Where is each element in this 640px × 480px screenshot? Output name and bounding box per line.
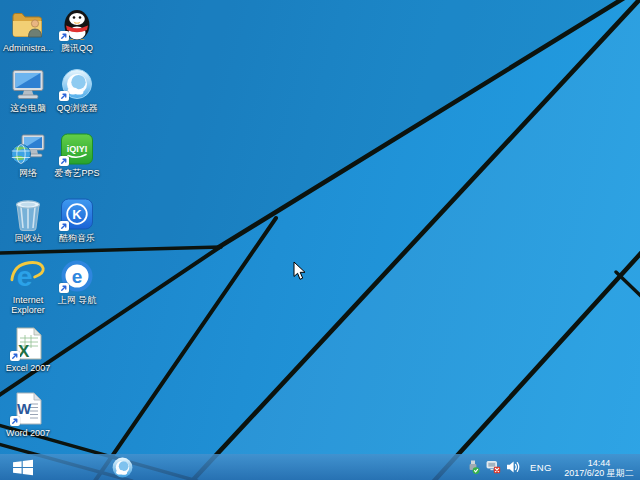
administrator-folder-icon <box>10 6 46 42</box>
desktop-icon-recycle-bin[interactable]: 回收站 <box>1 196 55 243</box>
desktop-icon-word-2007[interactable]: W Word 2007 <box>1 391 55 438</box>
icon-label: 酷狗音乐 <box>59 233 95 243</box>
system-tray: ENG 14:44 2017/6/20 星期二 <box>466 454 637 480</box>
network-status-button[interactable] <box>486 460 501 475</box>
desktop-icon-kugou-music[interactable]: K 酷狗音乐 <box>50 196 104 243</box>
svg-text:iQIYI: iQIYI <box>67 144 88 154</box>
taskbar-clock[interactable]: 14:44 2017/6/20 星期二 <box>561 457 637 478</box>
svg-text:W: W <box>17 400 32 417</box>
web-navigation-icon: e <box>59 258 95 294</box>
desktop-icon-administrator[interactable]: Administra... <box>1 6 55 53</box>
clock-date: 2017/6/20 星期二 <box>561 468 637 478</box>
icon-label: 腾讯QQ <box>61 43 93 53</box>
icon-label: 网络 <box>19 168 37 178</box>
word-2007-icon: W <box>10 391 46 427</box>
recycle-bin-icon <box>10 196 46 232</box>
kugou-music-icon: K <box>59 196 95 232</box>
shortcut-arrow-icon <box>59 283 69 293</box>
desktop-icon-web-navigation[interactable]: e 上网 导航 <box>50 258 104 305</box>
shortcut-arrow-icon <box>59 31 69 41</box>
volume-icon <box>506 460 521 474</box>
shortcut-arrow-icon <box>59 91 69 101</box>
desktop-icon-excel-2007[interactable]: X Excel 2007 <box>1 326 55 373</box>
qq-browser-taskbar-icon <box>111 456 134 479</box>
icon-label: 回收站 <box>15 233 42 243</box>
network-icon <box>10 131 46 167</box>
shortcut-arrow-icon <box>59 221 69 231</box>
tencent-qq-icon <box>59 6 95 42</box>
shortcut-arrow-icon <box>59 156 69 166</box>
icon-label: Internet Explorer <box>11 295 45 315</box>
safely-remove-hardware-icon <box>466 460 480 475</box>
taskbar-app-qq-browser[interactable] <box>102 454 142 480</box>
clock-time: 14:44 <box>561 458 637 468</box>
icon-label: Word 2007 <box>6 428 50 438</box>
icon-label: Excel 2007 <box>6 363 51 373</box>
internet-explorer-icon: e <box>10 258 46 294</box>
language-indicator[interactable]: ENG <box>526 462 556 473</box>
icon-label: Administra... <box>3 43 53 53</box>
desktop-icon-qq-browser[interactable]: QQ浏览器 <box>50 66 104 113</box>
icon-label: 上网 导航 <box>58 295 97 305</box>
desktop-screen: Administra... 这台电脑 <box>0 0 640 480</box>
svg-text:e: e <box>72 266 83 287</box>
desktop-icon-network[interactable]: 网络 <box>1 131 55 178</box>
windows-start-icon <box>13 458 34 477</box>
desktop-icon-iqiyi-pps[interactable]: iQIYI 爱奇艺PPS <box>50 131 104 178</box>
desktop-icon-tencent-qq[interactable]: 腾讯QQ <box>50 6 104 53</box>
shortcut-arrow-icon <box>10 416 20 426</box>
icon-label: QQ浏览器 <box>56 103 97 113</box>
start-button[interactable] <box>0 454 46 480</box>
safely-remove-hardware-button[interactable] <box>466 460 481 475</box>
network-disconnected-icon <box>486 460 501 474</box>
icon-label: 爱奇艺PPS <box>54 168 99 178</box>
desktop-icon-internet-explorer[interactable]: e Internet Explorer <box>1 258 55 315</box>
excel-2007-icon: X <box>10 326 46 362</box>
desktop-icon-this-pc[interactable]: 这台电脑 <box>1 66 55 113</box>
svg-text:K: K <box>72 207 82 222</box>
icon-label: 这台电脑 <box>10 103 46 113</box>
iqiyi-pps-icon: iQIYI <box>59 131 95 167</box>
shortcut-arrow-icon <box>10 351 20 361</box>
qq-browser-icon <box>59 66 95 102</box>
volume-button[interactable] <box>506 460 521 475</box>
taskbar: ENG 14:44 2017/6/20 星期二 <box>0 454 640 480</box>
this-pc-icon <box>10 66 46 102</box>
